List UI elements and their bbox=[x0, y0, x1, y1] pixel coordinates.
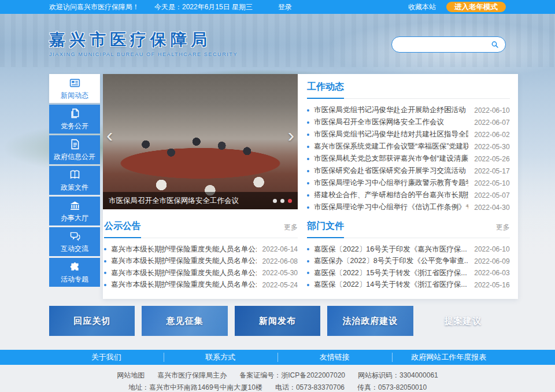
carousel-next-arrow-icon[interactable]: › bbox=[288, 125, 294, 145]
footer-line2: 地址：嘉兴市中环南路1469号中南大厦10楼电话：0573-83370706传真… bbox=[0, 382, 555, 392]
banner-label: 提案建议 bbox=[445, 316, 482, 327]
news-list-item[interactable]: 市医保局党组书记冯俊华赴企开展助企纾困活动 2022-06-10 bbox=[307, 104, 510, 116]
notice-item-title: 嘉兴市本级长期护理保险重度失能人员名单公示（2... bbox=[111, 280, 257, 290]
banner-link[interactable]: 新闻发布 bbox=[235, 306, 320, 336]
document-list-item[interactable]: 嘉医保〔2022〕16号关于印发《嘉兴市医疗保... 2022-06-10 bbox=[307, 243, 510, 256]
news-item-title: 搭建校企合作、产学研相结合的平台嘉兴市长期护理... bbox=[314, 190, 468, 200]
sidebar-item-label: 互动交流 bbox=[61, 244, 88, 254]
notice-list-item[interactable]: 嘉兴市本级长期护理保险重度失能人员名单公示（2... 2022-06-14 bbox=[104, 243, 298, 256]
news-list-item[interactable]: 市医保局党组书记冯俊华赴结对共建社区指导全国文... 2022-06-02 bbox=[307, 128, 510, 140]
sidebar-item-label: 党务公开 bbox=[61, 121, 88, 131]
footer-nav-item[interactable]: 政府网站工作年度报表 bbox=[392, 352, 506, 363]
documents-more-link[interactable]: 更多 bbox=[496, 223, 510, 232]
news-icon bbox=[69, 77, 81, 90]
banner-label: 法治政府建设 bbox=[342, 316, 398, 327]
sidebar-item-label: 新闻动态 bbox=[61, 91, 88, 101]
news-list-item[interactable]: 搭建校企合作、产学研相结合的平台嘉兴市长期护理... 2022-05-07 bbox=[307, 189, 510, 201]
notice-item-title: 嘉兴市本级长期护理保险重度失能人员名单公示（2... bbox=[111, 245, 257, 254]
news-list-item[interactable]: 市医保局召开全市医保网络安全工作会议 2022-06-07 bbox=[307, 116, 510, 128]
documents-list: 嘉医保〔2022〕16号关于印发《嘉兴市医疗保... 2022-06-10 嘉医… bbox=[307, 243, 510, 291]
notice-list-item[interactable]: 嘉兴市本级长期护理保险重度失能人员名单公示（2... 2022-05-30 bbox=[104, 267, 298, 279]
news-item-date: 2022-05-30 bbox=[474, 143, 509, 151]
current-date: 今天是：2022年6月15日 星期三 bbox=[154, 2, 253, 12]
documents-title[interactable]: 部门文件 bbox=[307, 220, 344, 232]
news-list-item[interactable]: 市医保局机关党总支部获评嘉兴市争创“建设清廉机... 2022-05-26 bbox=[307, 153, 510, 165]
carousel-dot[interactable] bbox=[288, 199, 292, 203]
section-documents: 部门文件 更多 嘉医保〔2022〕16号关于印发《嘉兴市医疗保... 2022-… bbox=[298, 220, 510, 291]
sidebar-item[interactable]: 政府信息公开 bbox=[49, 135, 100, 164]
bullet-icon bbox=[307, 182, 309, 184]
news-item-title: 市医保局理论学习中心组举行廉政警示教育专题学习... bbox=[314, 178, 468, 188]
sidebar-item[interactable]: 互动交流 bbox=[49, 227, 100, 256]
bullet-icon bbox=[104, 272, 106, 274]
sidebar-item-label: 政府信息公开 bbox=[54, 152, 95, 162]
banner-link[interactable]: 回应关切 bbox=[49, 306, 135, 336]
site-subtitle: JIAXING MUNICIPAL BUREAU OF HEALTHCARE S… bbox=[49, 51, 238, 57]
policy-file-icon bbox=[69, 169, 81, 182]
notices-list: 嘉兴市本级长期护理保险重度失能人员名单公示（2... 2022-06-14 嘉兴… bbox=[104, 243, 298, 291]
document-item-title: 嘉医保〔2022〕16号关于印发《嘉兴市医疗保... bbox=[314, 245, 468, 254]
site-logo: 嘉兴市医疗保障局 JIAXING MUNICIPAL BUREAU OF HEA… bbox=[49, 31, 238, 57]
news-list-item[interactable]: 市医保局理论学习中心组举行《信访工作条例》专题... 2022-04-30 bbox=[307, 201, 510, 213]
carousel-caption[interactable]: 市医保局召开全市医保网络安全工作会议 bbox=[109, 196, 268, 206]
banner-label: 回应关切 bbox=[73, 316, 110, 327]
notices-title[interactable]: 公示公告 bbox=[104, 220, 141, 232]
notice-item-title: 嘉兴市本级长期护理保险重度失能人员名单公示（2... bbox=[111, 256, 257, 266]
site-title: 嘉兴市医疗保障局 bbox=[49, 31, 238, 49]
banner-link[interactable]: 意见征集 bbox=[142, 306, 227, 336]
footer-info-item: 传真：0573-82050010 bbox=[357, 383, 427, 391]
news-item-title: 市医保局理论学习中心组举行《信访工作条例》专题... bbox=[314, 202, 468, 212]
document-list-item[interactable]: 嘉医保办〔2022〕8号关于印发《公平竞争审查... 2022-06-09 bbox=[307, 256, 510, 268]
bullet-icon bbox=[307, 260, 309, 262]
carousel-prev-arrow-icon[interactable]: ‹ bbox=[106, 125, 113, 145]
document-list-item[interactable]: 嘉医保〔2022〕14号关于转发《浙江省医疗保... 2022-05-16 bbox=[307, 279, 510, 291]
search-input[interactable] bbox=[398, 40, 490, 49]
banner-link[interactable]: 法治政府建设 bbox=[327, 306, 413, 336]
bullet-icon bbox=[307, 272, 309, 274]
sidebar-item[interactable]: 新闻动态 bbox=[49, 74, 100, 103]
document-item-title: 嘉医保办〔2022〕8号关于印发《公平竞争审查... bbox=[314, 256, 468, 266]
carousel-dot[interactable] bbox=[273, 199, 277, 203]
notice-list-item[interactable]: 嘉兴市本级长期护理保险重度失能人员名单公示（2... 2022-06-08 bbox=[104, 256, 298, 268]
carousel-dot[interactable] bbox=[280, 199, 284, 203]
notices-more-link[interactable]: 更多 bbox=[284, 223, 298, 232]
banner-label: 意见征集 bbox=[166, 316, 204, 327]
news-list-item[interactable]: 嘉兴市医保系统党建工作会议暨“幸福医保”党建联... 2022-05-30 bbox=[307, 140, 510, 153]
news-item-title: 嘉兴市医保系统党建工作会议暨“幸福医保”党建联... bbox=[314, 142, 468, 151]
topbar: 欢迎访问嘉兴市医疗保障局！ 今天是：2022年6月15日 星期三 登录 收藏本站… bbox=[0, 0, 555, 14]
news-list-item[interactable]: 市医保局理论学习中心组举行廉政警示教育专题学习... 2022-05-10 bbox=[307, 177, 510, 189]
footer-nav-item[interactable]: 关于我们 bbox=[49, 352, 164, 363]
footer-line1: 网站地图嘉兴市医疗保障局主办备案证编号：浙ICP备2022007020网站标识码… bbox=[0, 369, 555, 382]
footer-nav-item[interactable]: 友情链接 bbox=[278, 352, 392, 363]
banner-label: 新闻发布 bbox=[259, 316, 296, 327]
carousel-photo-meeting[interactable] bbox=[103, 74, 298, 209]
bullet-icon bbox=[307, 158, 309, 160]
welcome-text: 欢迎访问嘉兴市医疗保障局！ bbox=[49, 2, 139, 12]
sidebar-item[interactable]: 活动专题 bbox=[49, 258, 100, 287]
login-link[interactable]: 登录 bbox=[278, 2, 292, 12]
news-list-item[interactable]: 市医保研究会赴省医保研究会开展学习交流活动 2022-05-17 bbox=[307, 165, 510, 177]
section-work-news: 工作动态 市医保局党组书记冯俊华赴企开展助企纾困活动 2022-06-10 市医 bbox=[298, 74, 518, 213]
bullet-icon bbox=[307, 284, 309, 286]
bullet-icon bbox=[307, 134, 309, 136]
sidebar-item[interactable]: 党务公开 bbox=[49, 105, 100, 134]
bullet-icon bbox=[104, 284, 106, 286]
search-icon[interactable] bbox=[490, 40, 500, 49]
footer-info-item: 电话：0573-83370706 bbox=[275, 383, 345, 391]
bullet-icon bbox=[307, 170, 309, 172]
bullet-icon bbox=[307, 109, 309, 112]
bullet-icon bbox=[307, 248, 309, 250]
news-item-title: 市医保局机关党总支部获评嘉兴市争创“建设清廉机... bbox=[314, 154, 468, 164]
news-item-date: 2022-05-26 bbox=[474, 155, 509, 163]
document-list-item[interactable]: 嘉医保〔2022〕15号关于转发《浙江省医疗保... 2022-06-03 bbox=[307, 267, 510, 279]
footer-nav-item[interactable]: 联系方式 bbox=[164, 352, 278, 363]
sidebar-item[interactable]: 办事大厅 bbox=[49, 197, 100, 225]
notice-list-item[interactable]: 嘉兴市本级长期护理保险重度失能人员名单公示（2... 2022-05-24 bbox=[104, 279, 298, 291]
elder-mode-button[interactable]: 进入老年模式 bbox=[446, 2, 506, 13]
news-carousel: ‹ › 市医保局召开全市医保网络安全工作会议 bbox=[103, 74, 298, 209]
sidebar-item[interactable]: 政策文件 bbox=[49, 166, 100, 195]
banner-link[interactable]: 提案建议 bbox=[420, 306, 506, 336]
work-news-title[interactable]: 工作动态 bbox=[307, 81, 344, 93]
footer-nav-bar: 关于我们 联系方式 友情链接 政府网站工作年度报表 bbox=[0, 350, 555, 365]
favorite-site-link[interactable]: 收藏本站 bbox=[408, 2, 436, 12]
